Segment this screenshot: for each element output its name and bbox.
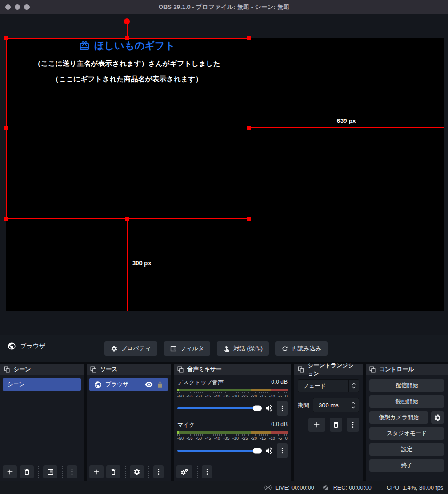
sources-dock-header[interactable]: ソース <box>87 364 171 375</box>
trash-icon <box>23 468 31 476</box>
meter-ticks <box>177 392 288 393</box>
selection-handle-top-left[interactable] <box>4 36 8 40</box>
volume-slider[interactable] <box>177 450 262 452</box>
audio-mixer-dock: 音声ミキサー デスクトップ音声 0.0 dB -60-55-50-45-40-3… <box>174 364 291 481</box>
height-measure-label: 300 px <box>132 259 151 267</box>
unlock-icon[interactable] <box>157 381 163 388</box>
close-window-button[interactable] <box>5 4 11 10</box>
chevron-down-icon <box>352 406 355 409</box>
volume-slider[interactable] <box>177 407 262 409</box>
popout-icon <box>369 366 376 373</box>
filters-button[interactable]: フィルタ <box>164 341 210 356</box>
transition-select-value: フェード <box>298 382 348 390</box>
toolbar-separator <box>62 466 63 478</box>
mixer-menu-button[interactable] <box>202 465 212 478</box>
mixer-channel-mic: マイク 0.0 dB -60-55-50-45-40-35-30-25-20-1… <box>177 421 288 458</box>
start-recording-button[interactable]: 録画開始 <box>369 395 444 408</box>
add-source-button[interactable] <box>89 465 104 478</box>
speaker-icon[interactable] <box>265 446 273 455</box>
sources-menu-button[interactable] <box>153 465 164 478</box>
plus-icon <box>6 468 14 476</box>
source-list-item[interactable]: ブラウザ <box>89 378 168 391</box>
remove-source-button[interactable] <box>106 465 120 478</box>
transitions-dock: シーントランジション フェード 期間 300 ms <box>294 364 363 481</box>
cpu-fps-stats: CPU: 1.4%, 30.00 fps <box>387 485 443 491</box>
select-chevrons <box>348 380 359 392</box>
mixer-dock-header[interactable]: 音声ミキサー <box>174 364 291 375</box>
visibility-eye-icon[interactable] <box>145 381 153 389</box>
filter-icon <box>170 345 177 352</box>
volume-meter <box>177 431 288 434</box>
scene-filters-button[interactable] <box>43 465 57 478</box>
gear-icon <box>111 345 118 352</box>
selection-handle-bottom-left[interactable] <box>4 217 8 221</box>
width-measure-label: 639 px <box>328 117 365 124</box>
toolbar-separator <box>148 466 149 478</box>
selection-handle-middle-left[interactable] <box>4 126 8 130</box>
double-gear-icon <box>180 468 189 476</box>
remove-scene-button[interactable] <box>20 465 34 478</box>
obs-window: OBS 29.1.0 - プロファイル: 無題 - シーン: 無題 ほしいものギ… <box>0 0 448 494</box>
channel-name: デスクトップ音声 <box>177 379 224 387</box>
minimize-window-button[interactable] <box>15 4 20 10</box>
speaker-icon[interactable] <box>265 404 273 413</box>
controls-dock-header[interactable]: コントロール <box>366 364 448 375</box>
studio-mode-button[interactable]: スタジオモード <box>369 427 444 440</box>
window-title: OBS 29.1.0 - プロファイル: 無題 - シーン: 無題 <box>159 3 289 11</box>
properties-button[interactable]: プロパティ <box>104 341 157 356</box>
trash-icon <box>110 468 117 476</box>
kebab-menu-icon <box>68 468 76 476</box>
volume-slider-thumb[interactable] <box>253 448 262 454</box>
browser-globe-icon <box>94 381 102 389</box>
scenes-dock: シーン シーン <box>0 364 84 481</box>
start-streaming-button[interactable]: 配信開始 <box>369 379 444 392</box>
record-inactive-icon <box>322 484 330 492</box>
zoom-window-button[interactable] <box>24 4 30 10</box>
exit-button[interactable]: 終了 <box>369 459 444 472</box>
transition-menu-button[interactable] <box>347 418 359 432</box>
gear-icon <box>434 414 441 421</box>
start-virtualcam-button[interactable]: 仮想カメラ開始 <box>369 411 428 424</box>
chevron-up-icon <box>352 383 356 385</box>
popout-icon <box>4 366 10 373</box>
toolbar-separator <box>38 466 39 478</box>
plus-icon <box>93 468 100 476</box>
transition-select[interactable]: フェード <box>298 379 359 392</box>
duration-spinner[interactable]: 300 ms <box>313 398 359 412</box>
mixer-channel-desktop-audio: デスクトップ音声 0.0 dB -60-55-50-45-40-35-30-25… <box>177 379 288 416</box>
meter-scale: -60-55-50-45-40-35-30-25-20-15-10-50 <box>177 436 288 441</box>
source-selection-box[interactable] <box>6 38 248 219</box>
refresh-icon <box>281 345 288 352</box>
channel-menu-button[interactable] <box>277 443 288 458</box>
channel-menu-button[interactable] <box>277 401 288 416</box>
channel-name: マイク <box>177 421 195 429</box>
scenes-menu-button[interactable] <box>67 465 77 478</box>
browser-globe-icon <box>8 342 16 350</box>
selection-handle-top-right[interactable] <box>247 36 251 40</box>
advanced-audio-button[interactable] <box>176 465 192 478</box>
source-properties-button[interactable] <box>130 465 144 478</box>
popout-icon <box>298 366 304 373</box>
scene-list-item[interactable]: シーン <box>3 378 81 391</box>
add-scene-button[interactable] <box>3 465 17 478</box>
scenes-dock-header[interactable]: シーン <box>0 364 84 375</box>
virtualcam-config-button[interactable] <box>431 411 444 424</box>
rotation-handle[interactable] <box>124 18 130 24</box>
meter-scale: -60-55-50-45-40-35-30-25-20-15-10-50 <box>177 394 288 398</box>
interact-button[interactable]: 対話 (操作) <box>217 341 269 356</box>
status-bar: LIVE: 00:00:00 REC: 00:00:00 CPU: 1.4%, … <box>0 481 448 494</box>
add-transition-button[interactable] <box>308 418 325 432</box>
selection-handle-bottom-right[interactable] <box>247 217 251 221</box>
filter-icon <box>47 468 54 476</box>
volume-slider-thumb[interactable] <box>253 406 262 411</box>
settings-button[interactable]: 設定 <box>369 443 444 456</box>
current-source-name: ブラウザ <box>20 342 45 350</box>
spinner-chevrons[interactable] <box>348 402 359 409</box>
refresh-button[interactable]: 再読み込み <box>275 341 328 356</box>
kebab-menu-icon <box>203 468 211 476</box>
current-source-label: ブラウザ <box>8 342 45 350</box>
selection-handle-top-center[interactable] <box>125 36 129 40</box>
remove-transition-button[interactable] <box>330 418 342 432</box>
transitions-dock-header[interactable]: シーントランジション <box>294 364 363 375</box>
meter-ticks <box>177 434 288 436</box>
